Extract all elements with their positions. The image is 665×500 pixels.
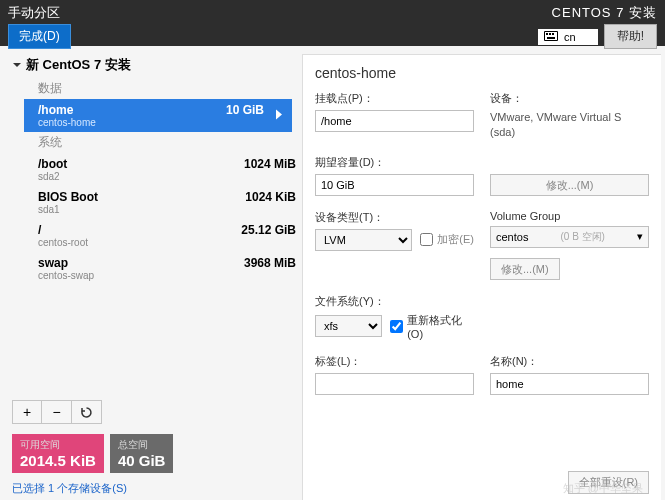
section-data: 数据 <box>12 78 296 99</box>
mount-point-input[interactable] <box>315 110 474 132</box>
partition-item-swap[interactable]: swap3968 MiB centos-swap <box>12 252 296 285</box>
svg-rect-5 <box>547 37 555 39</box>
chevron-right-icon <box>274 108 284 123</box>
installer-title: CENTOS 7 安装 <box>552 4 657 22</box>
label-input[interactable] <box>315 373 474 395</box>
filesystem-select[interactable]: xfs <box>315 315 382 337</box>
reset-all-button[interactable]: 全部重设(R) <box>568 471 649 494</box>
modify-vg-button[interactable]: 修改...(M) <box>490 258 560 280</box>
desired-capacity-input[interactable] <box>315 174 474 196</box>
desired-capacity-label: 期望容量(D)： <box>315 155 474 170</box>
vg-label: Volume Group <box>490 210 649 222</box>
device-type-label: 设备类型(T)： <box>315 210 474 225</box>
partition-item-root[interactable]: /25.12 GiB centos-root <box>12 219 296 252</box>
total-space-box: 总空间 40 GiB <box>110 434 174 473</box>
section-system: 系统 <box>12 132 296 153</box>
refresh-icon <box>80 406 93 419</box>
help-button[interactable]: 帮助! <box>604 24 657 49</box>
mount-point-label: 挂载点(P)： <box>315 91 474 106</box>
device-type-select[interactable]: LVM <box>315 229 412 251</box>
modify-device-button[interactable]: 修改...(M) <box>490 174 649 196</box>
label-label: 标签(L)： <box>315 354 474 369</box>
chevron-down-icon: ▾ <box>637 230 643 243</box>
svg-rect-3 <box>549 33 551 35</box>
add-partition-button[interactable]: + <box>12 400 42 424</box>
partition-buttons: + − <box>12 400 296 424</box>
partition-details-panel: centos-home 挂载点(P)： 设备： VMware, VMware V… <box>302 54 661 500</box>
keyboard-icon <box>544 31 558 43</box>
fs-label: 文件系统(Y)： <box>315 294 474 309</box>
tree-root[interactable]: 新 CentOS 7 安装 <box>12 54 296 78</box>
reformat-checkbox[interactable] <box>390 320 403 333</box>
svg-rect-2 <box>546 33 548 35</box>
encrypt-checkbox[interactable] <box>420 233 433 246</box>
partition-item-boot[interactable]: /boot1024 MiB sda2 <box>12 153 296 186</box>
language-indicator[interactable]: cn <box>538 29 598 45</box>
device-text: VMware, VMware Virtual S (sda) <box>490 110 649 141</box>
name-label: 名称(N)： <box>490 354 649 369</box>
page-title: 手动分区 <box>8 4 71 22</box>
storage-devices-link[interactable]: 已选择 1 个存储设备(S) <box>12 481 296 496</box>
available-space-box: 可用空间 2014.5 KiB <box>12 434 104 473</box>
name-input[interactable] <box>490 373 649 395</box>
chevron-down-icon <box>12 60 22 70</box>
remove-partition-button[interactable]: − <box>42 400 72 424</box>
partition-item-biosboot[interactable]: BIOS Boot1024 KiB sda1 <box>12 186 296 219</box>
partition-list-panel: 新 CentOS 7 安装 数据 /home 10 GiB centos-hom… <box>0 46 302 500</box>
header-bar: 手动分区 完成(D) CENTOS 7 安装 cn 帮助! <box>0 0 665 46</box>
vg-select[interactable]: centos (0 B 空闲) ▾ <box>490 226 649 248</box>
device-label: 设备： <box>490 91 649 106</box>
details-title: centos-home <box>315 65 649 81</box>
svg-rect-4 <box>552 33 554 35</box>
reload-button[interactable] <box>72 400 102 424</box>
partition-item-home[interactable]: /home 10 GiB centos-home <box>24 99 292 132</box>
lang-code: cn <box>564 31 576 43</box>
